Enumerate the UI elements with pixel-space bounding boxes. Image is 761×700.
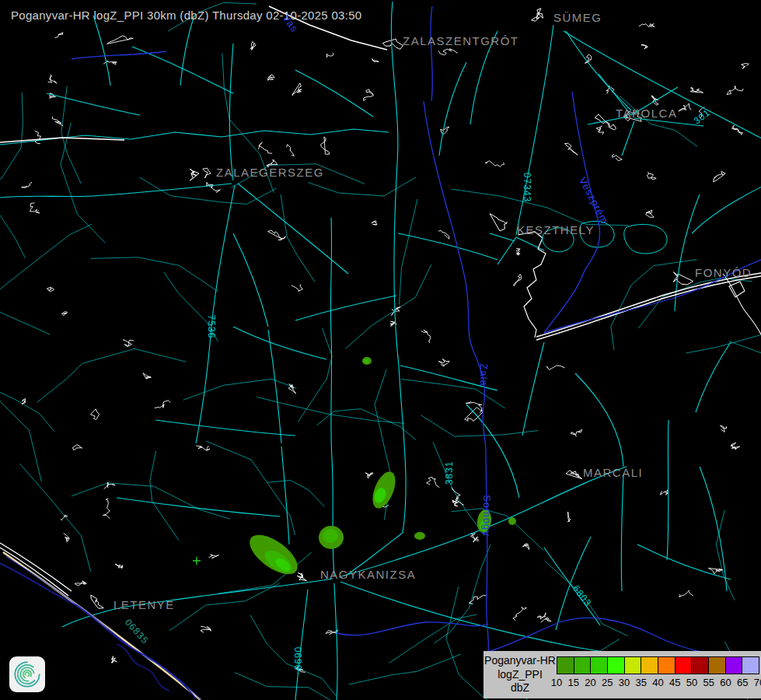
radar-echo bbox=[323, 529, 338, 543]
settlement-outline bbox=[690, 87, 703, 93]
minor-road bbox=[267, 481, 325, 507]
settlement-outline bbox=[571, 429, 582, 436]
settlement-outline bbox=[452, 500, 463, 506]
dbz-tick-label: 15 bbox=[568, 677, 579, 688]
hurricane-spiral-icon bbox=[12, 659, 43, 690]
river-border-network bbox=[72, 6, 761, 658]
settlement-outline bbox=[438, 359, 449, 366]
settlement-outline bbox=[585, 54, 591, 63]
minor-road bbox=[346, 264, 431, 348]
dbz-color-cell bbox=[658, 657, 675, 674]
settlement-outline bbox=[267, 160, 278, 167]
settlement-outline bbox=[699, 107, 704, 118]
settlement-outline bbox=[661, 490, 668, 495]
settlement-outline bbox=[47, 287, 54, 292]
minor-road bbox=[183, 379, 297, 400]
legend-unit: dbZ bbox=[511, 681, 529, 695]
minor-road bbox=[168, 2, 257, 31]
cross-marker bbox=[193, 557, 201, 565]
minor-road bbox=[434, 544, 490, 643]
minor-road bbox=[164, 272, 218, 341]
settlement-outline bbox=[259, 142, 273, 153]
settlement-outline bbox=[516, 248, 520, 255]
settlement-outline bbox=[390, 321, 397, 327]
settlement-outline bbox=[196, 446, 210, 450]
settlement-outline bbox=[288, 384, 296, 394]
settlement-outline bbox=[679, 103, 691, 111]
settlement-outline bbox=[721, 425, 727, 432]
radar-echo bbox=[414, 532, 425, 540]
town-outline bbox=[382, 39, 403, 49]
settlement-outline bbox=[124, 340, 134, 348]
settlement-outline bbox=[546, 366, 564, 370]
minor-road bbox=[235, 673, 386, 700]
town-outline bbox=[566, 471, 582, 479]
settlement-outline bbox=[564, 143, 578, 155]
minor-road bbox=[349, 654, 461, 684]
settlement-outline bbox=[613, 154, 623, 160]
settlement-outline bbox=[731, 443, 740, 450]
legend-scale: 10152025303540455055606570 bbox=[557, 651, 761, 698]
settlement-outline bbox=[639, 23, 655, 26]
settlement-outline bbox=[537, 613, 546, 619]
minor-road bbox=[91, 257, 218, 292]
settlement-outline bbox=[203, 168, 211, 178]
town-outline bbox=[297, 572, 306, 580]
minor-road bbox=[452, 509, 544, 551]
border-veszprem bbox=[544, 92, 600, 333]
minor-road bbox=[150, 451, 179, 541]
settlement-outline bbox=[372, 58, 379, 62]
minor-road bbox=[686, 296, 761, 353]
town-outline bbox=[490, 214, 507, 231]
settlement-outline bbox=[372, 221, 377, 226]
town-outline bbox=[190, 169, 199, 180]
settlement-outline bbox=[91, 409, 99, 420]
dbz-tick-label: 50 bbox=[686, 677, 697, 688]
legend-site: Poganyvar-HR bbox=[484, 654, 556, 668]
settlement-outline bbox=[714, 171, 726, 182]
minor-road bbox=[308, 177, 416, 196]
minor-road bbox=[61, 123, 106, 243]
settlement-outline bbox=[115, 564, 123, 569]
settlement-outline bbox=[485, 161, 504, 166]
dbz-color-cell bbox=[675, 657, 693, 674]
dbz-tick-label: 60 bbox=[720, 677, 731, 688]
minor-road bbox=[231, 164, 365, 188]
minor-road bbox=[0, 178, 26, 258]
settlement-outline bbox=[250, 41, 256, 50]
settlement-outline bbox=[22, 398, 26, 404]
settlement-outline bbox=[207, 182, 221, 192]
settlement-outline bbox=[268, 230, 286, 240]
settlement-outline bbox=[30, 203, 40, 213]
settlement-outline bbox=[514, 275, 522, 286]
minor-road bbox=[729, 341, 761, 386]
settlement-outline bbox=[364, 89, 374, 101]
radar-echo bbox=[508, 517, 516, 525]
settlement-outline bbox=[103, 61, 117, 65]
settlement-outline bbox=[111, 656, 117, 663]
minor-road bbox=[452, 189, 629, 226]
settlement-outline bbox=[64, 534, 70, 542]
radar-echo bbox=[364, 359, 368, 363]
settlement-outline bbox=[291, 284, 303, 291]
settlement-outline bbox=[513, 607, 526, 621]
dbz-ticks: 10152025303540455055606570 bbox=[557, 674, 759, 688]
town-outline bbox=[532, 9, 543, 21]
town-outline bbox=[91, 595, 103, 608]
dbz-color-cell bbox=[726, 657, 743, 674]
settlement-outline bbox=[287, 145, 295, 156]
dbz-color-cell bbox=[709, 657, 726, 674]
settlement-outline bbox=[75, 581, 86, 586]
settlement-outline bbox=[709, 569, 723, 574]
minor-road bbox=[206, 441, 295, 535]
dbz-tick-label: 30 bbox=[619, 677, 630, 688]
settlement-outline bbox=[155, 401, 171, 408]
dbz-color-cell bbox=[641, 657, 658, 674]
met-service-logo bbox=[9, 656, 45, 692]
minor-road bbox=[19, 464, 91, 572]
dbz-color-cell bbox=[625, 657, 642, 674]
dbz-tick-label: 25 bbox=[602, 677, 613, 688]
dbz-color-cell bbox=[742, 657, 759, 674]
dbz-color-cell bbox=[591, 657, 608, 674]
settlement-outline bbox=[641, 44, 648, 49]
